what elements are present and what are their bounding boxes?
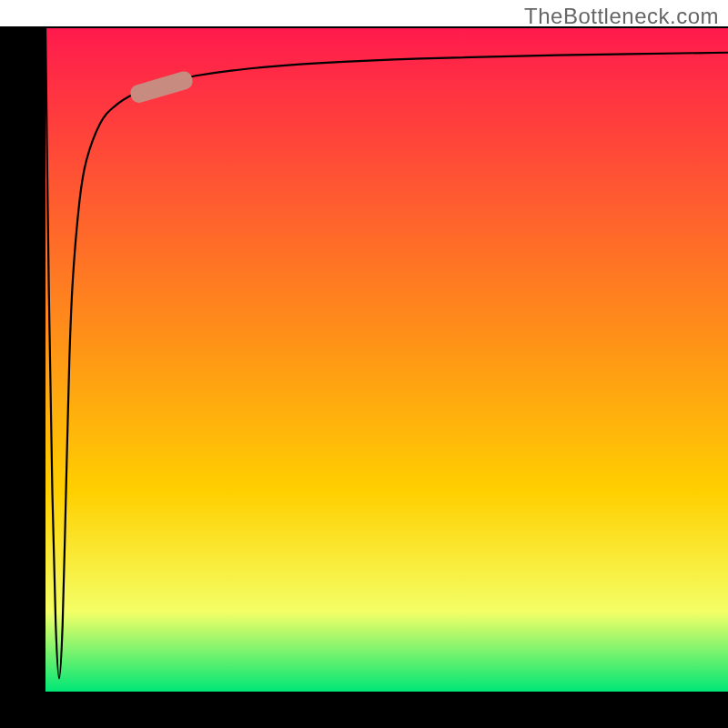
frame-bottom <box>0 692 728 728</box>
gradient-background <box>46 27 728 692</box>
plot-area <box>0 0 728 728</box>
frame-left <box>0 27 46 701</box>
chart-stage: TheBottleneck.com <box>0 0 728 728</box>
chart-svg <box>0 0 728 728</box>
